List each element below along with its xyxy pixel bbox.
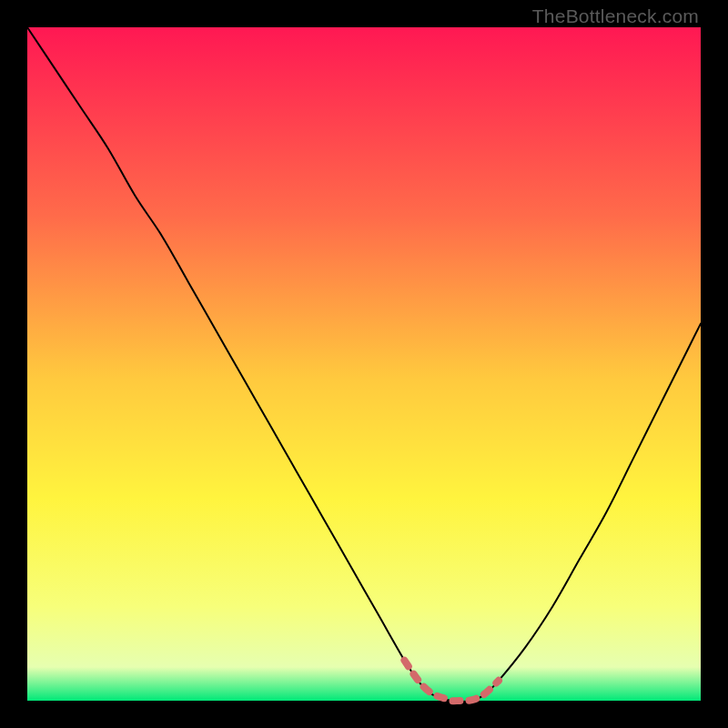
- bottleneck-curve: [27, 27, 701, 702]
- curve-layer: [27, 27, 701, 701]
- flat-region-dash: [404, 661, 499, 702]
- watermark-text: TheBottleneck.com: [532, 5, 699, 27]
- plot-area: [27, 27, 701, 701]
- chart-frame: TheBottleneck.com: [0, 0, 728, 728]
